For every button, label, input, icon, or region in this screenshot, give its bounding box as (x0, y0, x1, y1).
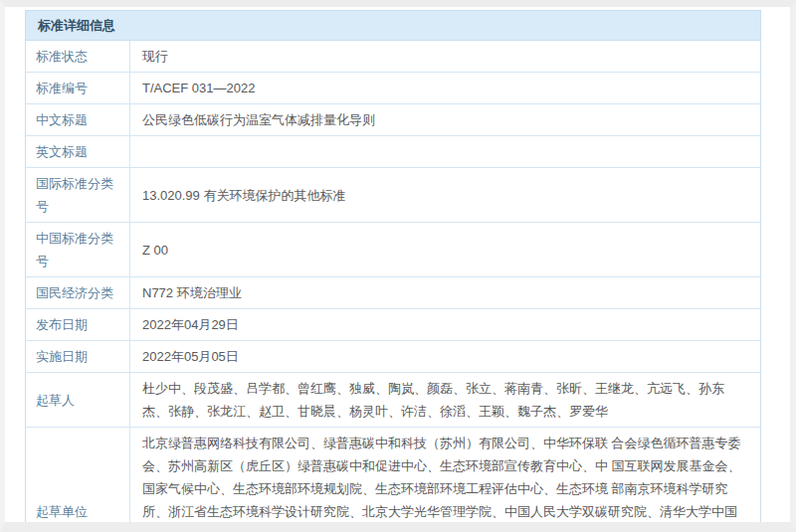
row-value: 2022年04月29日 (130, 309, 760, 340)
table-row-drafters: 起草人 杜少中、段茂盛、吕学都、曾红鹰、独威、陶岚、颜磊、张立、蒋南青、张昕、王… (26, 373, 760, 428)
row-value: 公民绿色低碳行为温室气体减排量化导则 (130, 104, 760, 135)
row-label: 实施日期 (26, 341, 130, 372)
table-row: 标准状态 现行 (26, 41, 760, 73)
table-row-drafting-units: 起草单位 北京绿普惠网络科技有限公司、绿普惠碳中和科技（苏州）有限公司、中华环保… (26, 428, 760, 532)
row-label: 标准状态 (26, 41, 130, 72)
row-value: 现行 (130, 41, 760, 72)
table-row: 国际标准分类号 13.020.99 有关环境保护的其他标准 (26, 168, 760, 223)
row-value: 13.020.99 有关环境保护的其他标准 (130, 168, 760, 222)
table-row: 发布日期 2022年04月29日 (26, 309, 760, 341)
row-value (130, 136, 760, 167)
table-row: 标准编号 T/ACEF 031—2022 (26, 73, 760, 104)
row-label: 起草单位 (26, 428, 130, 532)
table-header: 标准详细信息 (26, 11, 760, 41)
row-value: T/ACEF 031—2022 (130, 73, 760, 103)
table-row: 英文标题 (26, 136, 760, 168)
row-label: 发布日期 (26, 309, 130, 340)
row-label: 中国标准分类号 (26, 223, 130, 276)
row-label: 起草人 (26, 373, 130, 427)
table-row: 中国标准分类号 Z 00 (26, 223, 760, 277)
standard-detail-table: 标准详细信息 标准状态 现行 标准编号 T/ACEF 031—2022 中文标题… (25, 10, 761, 532)
row-value: N772 环境治理业 (130, 277, 760, 308)
row-label: 国民经济分类 (26, 277, 130, 308)
row-value: Z 00 (130, 223, 760, 276)
row-label: 国际标准分类号 (26, 168, 130, 222)
table-row: 实施日期 2022年05月05日 (26, 341, 760, 373)
row-label: 标准编号 (26, 73, 130, 103)
table-row: 国民经济分类 N772 环境治理业 (26, 277, 760, 309)
row-value: 北京绿普惠网络科技有限公司、绿普惠碳中和科技（苏州）有限公司、中华环保联 合会绿… (130, 428, 760, 532)
row-label: 英文标题 (26, 136, 130, 167)
row-value: 2022年05月05日 (130, 341, 760, 372)
row-value: 杜少中、段茂盛、吕学都、曾红鹰、独威、陶岚、颜磊、张立、蒋南青、张昕、王继龙、亢… (130, 373, 760, 427)
row-label: 中文标题 (26, 104, 130, 135)
table-row: 中文标题 公民绿色低碳行为温室气体减排量化导则 (26, 104, 760, 136)
